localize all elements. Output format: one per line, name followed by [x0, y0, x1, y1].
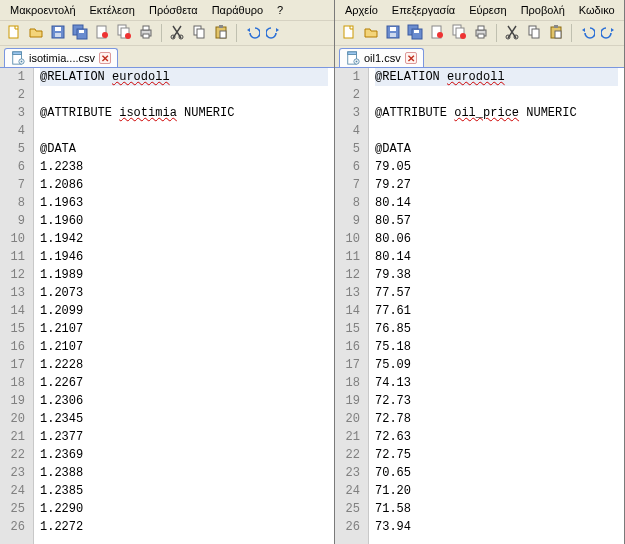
code-line[interactable]: 1.2238	[40, 158, 328, 176]
code-line[interactable]: 1.2267	[40, 374, 328, 392]
code-line[interactable]: 1.2107	[40, 338, 328, 356]
close-button[interactable]	[92, 23, 112, 43]
print-button[interactable]	[136, 23, 156, 43]
copy-button[interactable]	[189, 23, 209, 43]
undo-button[interactable]	[242, 23, 262, 43]
code-line[interactable]: 80.06	[375, 230, 618, 248]
redo-button[interactable]	[599, 23, 619, 43]
code-line[interactable]: 75.09	[375, 356, 618, 374]
save-button[interactable]	[383, 23, 403, 43]
code-line[interactable]: 72.73	[375, 392, 618, 410]
code-line[interactable]: 70.65	[375, 464, 618, 482]
code-line[interactable]: 1.2099	[40, 302, 328, 320]
code-line[interactable]: 72.63	[375, 428, 618, 446]
code-line[interactable]: 1.1942	[40, 230, 328, 248]
menu-run[interactable]: Εκτέλεση	[84, 2, 141, 18]
code-line[interactable]: 1.2377	[40, 428, 328, 446]
svg-rect-32	[414, 30, 419, 33]
close-icon[interactable]: ✕	[405, 52, 417, 64]
code-line[interactable]: 1.2345	[40, 410, 328, 428]
code-line[interactable]: @ATTRIBUTE isotimia NUMERIC	[40, 104, 328, 122]
undo-button[interactable]	[577, 23, 597, 43]
code-line[interactable]: 1.2086	[40, 176, 328, 194]
code-line[interactable]: 80.14	[375, 248, 618, 266]
code-line[interactable]: 1.2107	[40, 320, 328, 338]
menu-file[interactable]: Αρχείο	[339, 2, 384, 18]
code-right[interactable]: @RELATION eurodoll@ATTRIBUTE oil_price N…	[369, 68, 624, 544]
menu-view[interactable]: Προβολή	[515, 2, 571, 18]
close-button[interactable]	[427, 23, 447, 43]
save-all-button[interactable]	[405, 23, 425, 43]
line-number: 13	[341, 284, 360, 302]
code-line[interactable]: 77.61	[375, 302, 618, 320]
line-number: 23	[6, 464, 25, 482]
code-line[interactable]: 79.05	[375, 158, 618, 176]
code-line[interactable]: 1.1960	[40, 212, 328, 230]
menu-window[interactable]: Παράθυρο	[206, 2, 269, 18]
close-all-button[interactable]	[114, 23, 134, 43]
code-line[interactable]: @ATTRIBUTE oil_price NUMERIC	[375, 104, 618, 122]
svg-rect-18	[197, 29, 204, 38]
close-all-button[interactable]	[449, 23, 469, 43]
editor-right[interactable]: 1234567891011121314151617181920212223242…	[335, 68, 624, 544]
open-icon	[363, 24, 379, 42]
close-icon[interactable]: ✕	[99, 52, 111, 64]
code-line[interactable]: 1.1946	[40, 248, 328, 266]
code-line[interactable]: 80.57	[375, 212, 618, 230]
menu-plugins[interactable]: Πρόσθετα	[143, 2, 204, 18]
code-line[interactable]: 1.2228	[40, 356, 328, 374]
code-line[interactable]: 73.94	[375, 518, 618, 536]
menu-help[interactable]: ?	[271, 2, 289, 18]
code-line[interactable]: 1.2369	[40, 446, 328, 464]
open-button[interactable]	[26, 23, 46, 43]
right-pane: Αρχείο Επεξεργασία Εύρεση Προβολή Κωδικο…	[335, 0, 625, 544]
code-line[interactable]: 1.1989	[40, 266, 328, 284]
menu-find[interactable]: Εύρεση	[463, 2, 512, 18]
paste-button[interactable]	[546, 23, 566, 43]
redo-button[interactable]	[264, 23, 284, 43]
open-button[interactable]	[361, 23, 381, 43]
code-line[interactable]: @DATA	[375, 140, 618, 158]
code-line[interactable]: 71.20	[375, 482, 618, 500]
tab-isotimia[interactable]: isotimia....csv ✕	[4, 48, 118, 67]
code-line[interactable]: @RELATION eurodoll	[40, 68, 328, 86]
code-line[interactable]: 1.2272	[40, 518, 328, 536]
code-line[interactable]: 1.1963	[40, 194, 328, 212]
code-line[interactable]: @RELATION eurodoll	[375, 68, 618, 86]
code-left[interactable]: @RELATION eurodoll@ATTRIBUTE isotimia NU…	[34, 68, 334, 544]
code-line[interactable]: 1.2073	[40, 284, 328, 302]
editor-left[interactable]: 1234567891011121314151617181920212223242…	[0, 68, 334, 544]
code-line[interactable]	[40, 86, 328, 104]
code-line[interactable]: 74.13	[375, 374, 618, 392]
code-line[interactable]: 1.2306	[40, 392, 328, 410]
cut-button[interactable]	[502, 23, 522, 43]
paste-button[interactable]	[211, 23, 231, 43]
new-button[interactable]	[339, 23, 359, 43]
code-line[interactable]: 79.38	[375, 266, 618, 284]
tab-oil1[interactable]: oil1.csv ✕	[339, 48, 424, 67]
code-line[interactable]: 72.75	[375, 446, 618, 464]
cut-button[interactable]	[167, 23, 187, 43]
code-line[interactable]: 1.2385	[40, 482, 328, 500]
copy-button[interactable]	[524, 23, 544, 43]
new-button[interactable]	[4, 23, 24, 43]
save-button[interactable]	[48, 23, 68, 43]
code-line[interactable]: 80.14	[375, 194, 618, 212]
code-line[interactable]: 1.2290	[40, 500, 328, 518]
code-line[interactable]	[40, 122, 328, 140]
code-line[interactable]: 77.57	[375, 284, 618, 302]
code-line[interactable]: 72.78	[375, 410, 618, 428]
code-line[interactable]: 1.2388	[40, 464, 328, 482]
menu-encoding[interactable]: Κωδικο	[573, 2, 621, 18]
code-line[interactable]: 79.27	[375, 176, 618, 194]
code-line[interactable]	[375, 86, 618, 104]
save-all-button[interactable]	[70, 23, 90, 43]
code-line[interactable]	[375, 122, 618, 140]
menu-edit[interactable]: Επεξεργασία	[386, 2, 461, 18]
code-line[interactable]: @DATA	[40, 140, 328, 158]
menu-macro[interactable]: Μακροεντολή	[4, 2, 82, 18]
print-button[interactable]	[471, 23, 491, 43]
code-line[interactable]: 71.58	[375, 500, 618, 518]
code-line[interactable]: 75.18	[375, 338, 618, 356]
code-line[interactable]: 76.85	[375, 320, 618, 338]
